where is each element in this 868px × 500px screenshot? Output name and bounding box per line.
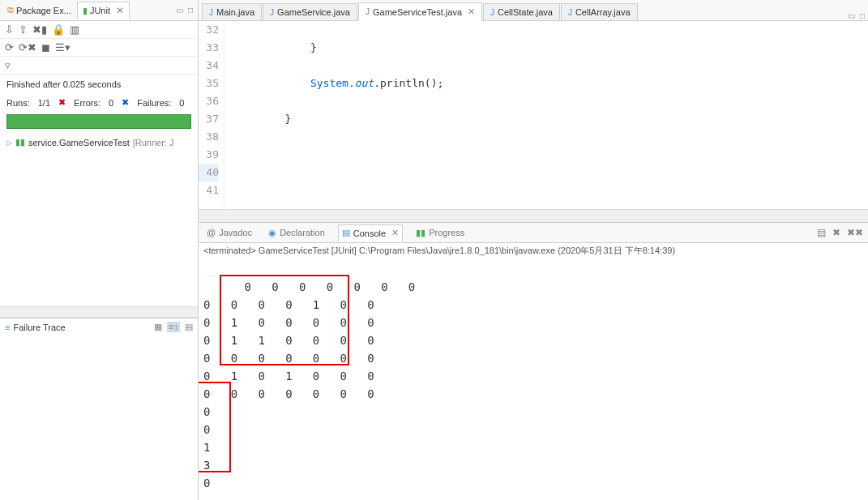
java-file-icon: J	[490, 8, 494, 17]
line-gutter: 32 33 34 35 36 37 38 39 40 41	[199, 21, 224, 209]
test-tree: ▷ ▮▮ service.GameServiceTest [Runner: J	[0, 132, 198, 306]
left-panel: ⧉ Package Ex... ▮ JUnit ✕ ▭ □ ⇩ ⇧ ✖▮ 🔒 ▥…	[0, 0, 199, 500]
filter-icon[interactable]: ≡↕	[167, 322, 180, 332]
tab-junit[interactable]: ▮ JUnit ✕	[77, 2, 130, 19]
junit-toolbar-3: ▿	[0, 57, 198, 75]
rerun-icon[interactable]: ⟳	[5, 41, 14, 53]
tab-javadoc[interactable]: @ Javadoc	[203, 225, 255, 240]
junit-status-text: Finished after 0.025 seconds	[0, 75, 198, 94]
editor-tab-label: Main.java	[216, 7, 254, 17]
tab-progress-label: Progress	[429, 228, 464, 237]
bottom-tabs: @ Javadoc ◉ Declaration ▤ Console ✕ ▮▮ P…	[199, 222, 868, 243]
failures-value: 0	[179, 98, 184, 108]
close-icon[interactable]: ✕	[116, 5, 124, 16]
editor-tab-label: CellArray.java	[575, 7, 631, 17]
error-icon: ✖	[58, 97, 66, 108]
test-item-root[interactable]: ▷ ▮▮ service.GameServiceTest [Runner: J	[6, 137, 191, 147]
editor-tab-gameservice[interactable]: J GameService.java	[263, 3, 357, 20]
junit-counts: Runs: 1/1 ✖ Errors: 0 ✖ Failures: 0	[0, 94, 198, 111]
editor-tab-label: CellState.java	[498, 7, 553, 17]
left-scrollbar-h[interactable]	[0, 306, 198, 318]
progress-bar	[6, 114, 191, 129]
tab-progress[interactable]: ▮▮ Progress	[413, 225, 468, 241]
code-editor[interactable]: 32 33 34 35 36 37 38 39 40 41 } System.o…	[199, 21, 868, 209]
java-file-icon: J	[366, 7, 370, 16]
tab-junit-label: JUnit	[90, 6, 110, 15]
java-file-icon: J	[568, 8, 572, 17]
remove-icon[interactable]: ✖	[832, 227, 840, 238]
failure-trace-icon: ≡	[5, 323, 10, 332]
tab-declaration-label: Declaration	[280, 228, 325, 237]
stop-icon[interactable]: ◼	[41, 41, 50, 53]
console-output[interactable]: 0 0 0 0 0 0 0 0 0 0 0 1 0 0 0 1 0 0 0 0 …	[199, 259, 868, 500]
javadoc-icon: @	[207, 228, 216, 237]
runner-suffix: [Runner: J	[133, 138, 174, 147]
compare-icon[interactable]: ▦	[154, 322, 162, 332]
failures-label: Failures:	[137, 98, 171, 108]
tab-declaration[interactable]: ◉ Declaration	[265, 225, 328, 241]
layout-icon[interactable]: ▥	[70, 24, 79, 36]
collapse-icon[interactable]: ▿	[5, 59, 11, 71]
editor-tab-cellstate[interactable]: J CellState.java	[483, 3, 560, 20]
package-icon: ⧉	[7, 5, 14, 15]
code-content[interactable]: } System.out.println(); } System.out.pri…	[224, 21, 868, 209]
next-icon[interactable]: ⇧	[19, 24, 28, 36]
maximize-icon[interactable]: □	[188, 6, 193, 15]
declaration-icon: ◉	[268, 228, 276, 238]
tab-console[interactable]: ▤ Console ✕	[338, 224, 403, 241]
editor-tabs: J Main.java J GameService.java J GameSer…	[199, 0, 868, 21]
junit-toolbar-2: ⟳ ⟳✖ ◼ ☰▾	[0, 39, 198, 57]
fail-only-icon[interactable]: ✖▮	[32, 24, 47, 36]
editor-scrollbar-h[interactable]	[199, 209, 868, 222]
editor-tab-gameservicetest[interactable]: J GameServiceTest.java ✕	[358, 2, 482, 21]
close-icon[interactable]: ✕	[468, 6, 475, 17]
open-icon[interactable]: ▤	[185, 322, 193, 332]
failure-trace-header: ≡ Failure Trace ▦ ≡↕ ▤	[0, 318, 198, 335]
java-file-icon: J	[209, 8, 213, 17]
test-pass-icon: ▮▮	[15, 137, 25, 147]
scroll-lock-icon[interactable]: 🔒	[52, 24, 65, 36]
tab-package-explorer[interactable]: ⧉ Package Ex...	[2, 2, 77, 19]
errors-value: 0	[109, 98, 113, 108]
runs-value: 1/1	[38, 98, 50, 108]
editor-tab-cellarray[interactable]: J CellArray.java	[561, 3, 638, 20]
tab-javadoc-label: Javadoc	[219, 228, 252, 237]
close-icon[interactable]: ✕	[391, 228, 399, 238]
editor-tab-main[interactable]: J Main.java	[202, 3, 262, 20]
minimize-icon[interactable]: ▭	[848, 11, 855, 20]
console-header: <terminated> GameServiceTest [JUnit] C:\…	[199, 243, 868, 259]
rerun-fail-icon[interactable]: ⟳✖	[19, 41, 36, 53]
editor-tab-label: GameService.java	[277, 7, 350, 17]
tab-package-explorer-label: Package Ex...	[16, 6, 71, 15]
failure-icon: ✖	[122, 97, 129, 108]
errors-label: Errors:	[74, 98, 100, 108]
java-file-icon: J	[270, 8, 274, 17]
view-tabs: ⧉ Package Ex... ▮ JUnit ✕ ▭ □	[0, 0, 198, 21]
junit-toolbar-1: ⇩ ⇧ ✖▮ 🔒 ▥	[0, 21, 198, 39]
history-icon[interactable]: ☰▾	[55, 41, 71, 53]
maximize-icon[interactable]: □	[860, 11, 865, 20]
pin-icon[interactable]: ▤	[817, 227, 826, 238]
runs-label: Runs:	[6, 98, 30, 108]
tree-expand-icon[interactable]: ▷	[6, 139, 12, 147]
console-text: 0 0 0 0 0 0 0 0 0 0 0 1 0 0 0 1 0 0 0 0 …	[203, 280, 415, 489]
right-panel: J Main.java J GameService.java J GameSer…	[199, 0, 868, 500]
progress-icon: ▮▮	[416, 228, 425, 238]
junit-icon: ▮	[83, 6, 88, 16]
tab-console-label: Console	[353, 229, 386, 238]
failure-trace-label: Failure Trace	[13, 323, 151, 332]
remove-all-icon[interactable]: ✖✖	[847, 227, 863, 238]
prev-icon[interactable]: ⇩	[5, 24, 14, 36]
test-name: service.GameServiceTest	[28, 138, 130, 147]
minimize-icon[interactable]: ▭	[176, 6, 183, 15]
console-icon: ▤	[342, 228, 350, 238]
editor-tab-label: GameServiceTest.java	[373, 7, 462, 17]
